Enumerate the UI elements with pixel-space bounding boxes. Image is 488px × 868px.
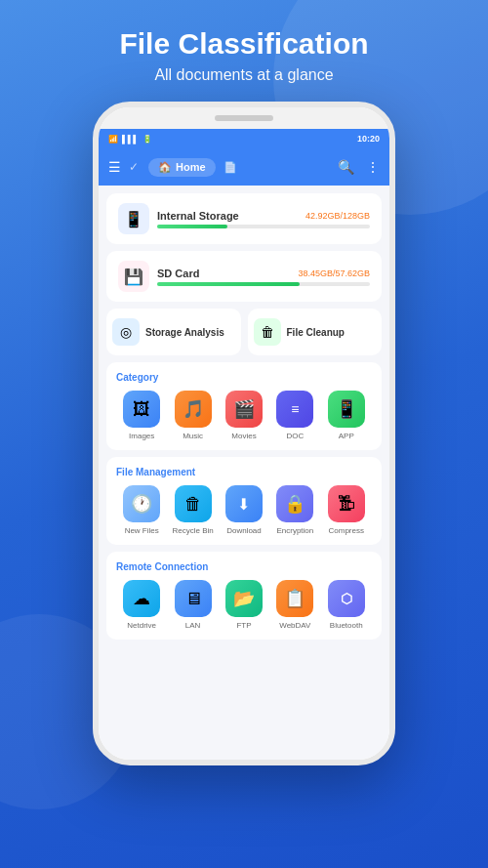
music-label: Music (183, 432, 203, 440)
internal-storage-info: Internal Storage 42.92GB/128GB (157, 210, 370, 228)
category-section: Category 🖼 Images 🎵 Music 🎬 Movies ≡ DOC (106, 362, 382, 450)
bluetooth-item[interactable]: ⬡ Bluetooth (325, 580, 368, 630)
new-files-item[interactable]: 🕐 New Files (120, 485, 163, 535)
encryption-icon: 🔒 (276, 485, 313, 522)
menu-icon[interactable]: ☰ (108, 159, 121, 175)
compress-label: Compress (329, 526, 364, 535)
hero-subtitle: All documents at a glance (154, 66, 333, 84)
home-label: Home (176, 161, 206, 173)
sd-card-size: 38.45GB/57.62GB (298, 269, 370, 278)
file-management-section: File Management 🕐 New Files 🗑 Recycle Bi… (106, 457, 382, 545)
compress-item[interactable]: 🗜 Compress (325, 485, 368, 535)
images-label: Images (129, 432, 154, 440)
netdrive-item[interactable]: ☁ Netdrive (120, 580, 163, 630)
encryption-item[interactable]: 🔒 Encryption (273, 485, 316, 535)
movies-icon: 🎬 (225, 391, 263, 428)
sd-card-icon: 💾 (118, 261, 149, 292)
check-icon[interactable]: ✓ (129, 160, 139, 174)
storage-analysis-button[interactable]: ◎ Storage Analysis (106, 309, 241, 355)
hero-title: File Classification (119, 27, 368, 61)
file-management-title: File Management (116, 467, 372, 477)
internal-storage-bar-fill (157, 225, 227, 228)
internal-storage-bar-bg (157, 225, 370, 228)
compress-icon: 🗜 (328, 485, 365, 522)
new-files-icon: 🕐 (123, 485, 160, 522)
encryption-label: Encryption (276, 526, 313, 535)
lan-icon: 🖥 (175, 580, 212, 617)
phone-notch (99, 107, 389, 129)
file-cleanup-label: File Cleanup (287, 327, 345, 338)
internal-storage-card[interactable]: 📱 Internal Storage 42.92GB/128GB (106, 193, 382, 244)
storage-analysis-icon: ◎ (112, 318, 140, 346)
images-icon: 🖼 (123, 391, 160, 428)
recycle-bin-label: Recycle Bin (172, 526, 213, 535)
recycle-bin-icon: 🗑 (175, 485, 212, 522)
storage-analysis-label: Storage Analysis (145, 327, 224, 338)
category-music[interactable]: 🎵 Music (172, 391, 215, 440)
file-cleanup-icon: 🗑 (254, 318, 281, 346)
home-button[interactable]: 🏠 Home (148, 158, 216, 177)
category-title: Category (116, 372, 372, 383)
battery-icon: 🔋 (142, 135, 152, 144)
recycle-bin-item[interactable]: 🗑 Recycle Bin (172, 485, 215, 535)
phone-mockup: 📶 ▌▌▌ 🔋 10:20 ☰ ✓ 🏠 Home 📄 🔍 ⋮ 📱 Interna… (93, 102, 395, 765)
download-icon: ⬇ (225, 485, 263, 522)
file-cleanup-button[interactable]: 🗑 File Cleanup (248, 309, 383, 355)
quick-actions: ◎ Storage Analysis 🗑 File Cleanup (106, 309, 382, 355)
netdrive-icon: ☁ (123, 580, 160, 617)
sd-card-name: SD Card (157, 268, 199, 279)
internal-storage-size: 42.92GB/128GB (305, 211, 370, 221)
doc-icon: ≡ (276, 391, 313, 428)
app-label: APP (339, 432, 354, 440)
doc-label: DOC (286, 432, 304, 440)
lan-label: LAN (185, 621, 201, 630)
ftp-label: FTP (236, 621, 251, 630)
file-management-grid: 🕐 New Files 🗑 Recycle Bin ⬇ Download 🔒 E… (116, 485, 372, 535)
ftp-icon: 📂 (225, 580, 263, 617)
internal-storage-name: Internal Storage (157, 210, 239, 222)
category-images[interactable]: 🖼 Images (120, 391, 163, 440)
webdav-label: WebDAV (279, 621, 310, 630)
webdav-icon: 📋 (276, 580, 313, 617)
bluetooth-icon: ⬡ (328, 580, 365, 617)
sd-card-bar-fill (157, 282, 300, 286)
more-icon[interactable]: ⋮ (366, 159, 380, 175)
app-icon: 📱 (328, 391, 365, 428)
notch-pill (215, 115, 273, 121)
remote-connection-title: Remote Connection (116, 561, 372, 572)
remote-connection-section: Remote Connection ☁ Netdrive 🖥 LAN 📂 FTP… (106, 552, 382, 640)
sd-card-card[interactable]: 💾 SD Card 38.45GB/57.62GB (106, 251, 382, 302)
new-files-label: New Files (125, 526, 159, 535)
sd-card-info: SD Card 38.45GB/57.62GB (157, 268, 370, 286)
download-label: Download (226, 526, 262, 535)
sd-card-bar-bg (157, 282, 370, 286)
wifi-icon: 📶 (108, 135, 118, 144)
music-icon: 🎵 (175, 391, 212, 428)
phone-content: 📱 Internal Storage 42.92GB/128GB � (99, 186, 389, 760)
home-icon: 🏠 (158, 161, 172, 174)
download-item[interactable]: ⬇ Download (223, 485, 265, 535)
lan-item[interactable]: 🖥 LAN (172, 580, 215, 630)
ftp-item[interactable]: 📂 FTP (223, 580, 265, 630)
category-app[interactable]: 📱 APP (325, 391, 368, 440)
internal-storage-icon: 📱 (118, 203, 149, 234)
status-time: 10:20 (357, 134, 380, 144)
signal-icon: ▌▌▌ (122, 135, 139, 144)
file-icon[interactable]: 📄 (224, 161, 237, 174)
webdav-item[interactable]: 📋 WebDAV (273, 580, 316, 630)
status-bar: 📶 ▌▌▌ 🔋 10:20 (99, 129, 389, 148)
category-doc[interactable]: ≡ DOC (273, 391, 316, 440)
category-grid: 🖼 Images 🎵 Music 🎬 Movies ≡ DOC 📱 (116, 391, 372, 440)
bluetooth-label: Bluetooth (330, 621, 363, 630)
toolbar: ☰ ✓ 🏠 Home 📄 🔍 ⋮ (99, 148, 389, 186)
search-icon[interactable]: 🔍 (338, 159, 354, 175)
movies-label: Movies (231, 432, 256, 440)
remote-connection-grid: ☁ Netdrive 🖥 LAN 📂 FTP 📋 WebDAV ⬡ B (116, 580, 372, 630)
netdrive-label: Netdrive (127, 621, 156, 630)
category-movies[interactable]: 🎬 Movies (223, 391, 265, 440)
